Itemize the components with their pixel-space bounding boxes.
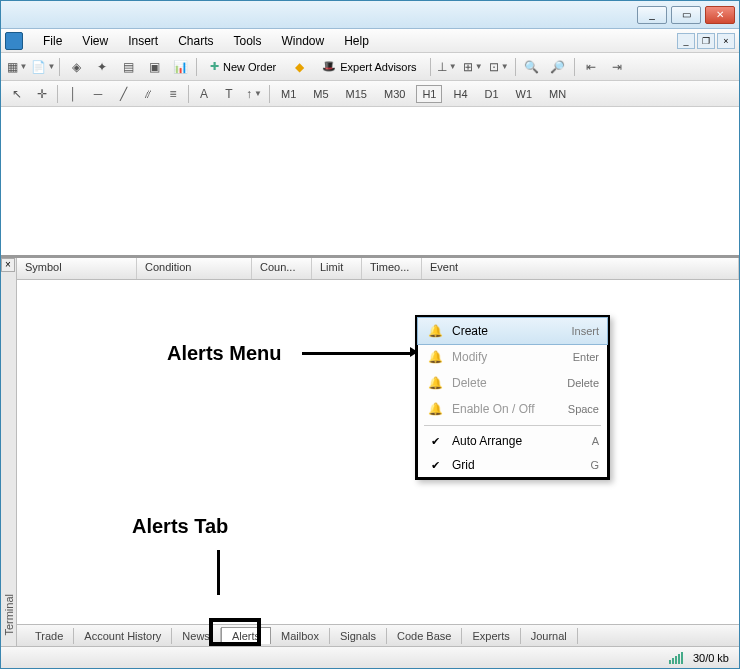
timeframe-w1[interactable]: W1 <box>510 85 539 103</box>
terminal-panel: × Terminal Symbol Condition Coun... Limi… <box>1 257 739 646</box>
new-order-label: New Order <box>223 61 276 73</box>
timeframe-m15[interactable]: M15 <box>340 85 373 103</box>
tab-mailbox[interactable]: Mailbox <box>271 628 330 644</box>
menu-window[interactable]: Window <box>272 31 335 51</box>
ctx-delete[interactable]: 🔔 Delete Delete <box>418 370 607 396</box>
mdi-close-button[interactable]: × <box>717 33 735 49</box>
terminal-content[interactable]: Alerts Menu Alerts Tab 🔔 Create Insert 🔔… <box>17 280 739 624</box>
ctx-grid-shortcut: G <box>590 459 599 471</box>
tab-journal[interactable]: Journal <box>521 628 578 644</box>
ctx-grid-label: Grid <box>452 458 590 472</box>
chart-shift-icon[interactable]: ⇤ <box>581 57 601 77</box>
tab-account-history[interactable]: Account History <box>74 628 172 644</box>
alerts-context-menu: 🔔 Create Insert 🔔 Modify Enter 🔔 Delete … <box>415 315 610 480</box>
col-event[interactable]: Event <box>422 258 739 279</box>
tab-experts[interactable]: Experts <box>462 628 520 644</box>
expert-advisors-button[interactable]: 🎩 Expert Advisors <box>315 57 423 76</box>
timeframe-m5[interactable]: M5 <box>307 85 334 103</box>
ctx-enable[interactable]: 🔔 Enable On / Off Space <box>418 396 607 422</box>
timeframe-h4[interactable]: H4 <box>447 85 473 103</box>
ctx-modify-label: Modify <box>452 350 573 364</box>
annotation-line-vertical <box>217 550 220 595</box>
new-chart-icon[interactable]: ▦▼ <box>7 57 27 77</box>
main-window: _ ▭ ✕ File View Insert Charts Tools Wind… <box>0 0 740 669</box>
terminal-close-button[interactable]: × <box>1 258 15 272</box>
separator <box>59 58 60 76</box>
navigator-icon[interactable]: ✦ <box>92 57 112 77</box>
menu-view[interactable]: View <box>72 31 118 51</box>
metaquotes-icon[interactable]: ◆ <box>289 57 309 77</box>
col-counter[interactable]: Coun... <box>252 258 312 279</box>
horizontal-line-icon[interactable]: ─ <box>88 84 108 104</box>
auto-scroll-icon[interactable]: ⇥ <box>607 57 627 77</box>
ctx-create-shortcut: Insert <box>571 325 599 337</box>
tab-trade[interactable]: Trade <box>25 628 74 644</box>
bell-delete-icon: 🔔 <box>426 375 444 391</box>
menu-charts[interactable]: Charts <box>168 31 223 51</box>
strategy-tester-icon[interactable]: 📊 <box>170 57 190 77</box>
col-timeout[interactable]: Timeo... <box>362 258 422 279</box>
ctx-auto-arrange[interactable]: ✔ Auto Arrange A <box>418 429 607 453</box>
col-limit[interactable]: Limit <box>312 258 362 279</box>
ctx-create[interactable]: 🔔 Create Insert <box>417 317 608 345</box>
timeframe-h1[interactable]: H1 <box>416 85 442 103</box>
cursor-icon[interactable]: ↖ <box>7 84 27 104</box>
separator <box>188 85 189 103</box>
terminal-icon[interactable]: ▣ <box>144 57 164 77</box>
new-order-button[interactable]: ✚ New Order <box>203 57 283 76</box>
tab-code-base[interactable]: Code Base <box>387 628 462 644</box>
timeframe-mn[interactable]: MN <box>543 85 572 103</box>
close-button[interactable]: ✕ <box>705 6 735 24</box>
ctx-modify[interactable]: 🔔 Modify Enter <box>418 344 607 370</box>
col-condition[interactable]: Condition <box>137 258 252 279</box>
text-icon[interactable]: A <box>194 84 214 104</box>
zoom-in-icon[interactable]: 🔍 <box>522 57 542 77</box>
indicators-icon[interactable]: ⊥▼ <box>437 57 457 77</box>
ctx-modify-shortcut: Enter <box>573 351 599 363</box>
terminal-body: Symbol Condition Coun... Limit Timeo... … <box>17 258 739 646</box>
menu-help[interactable]: Help <box>334 31 379 51</box>
menu-insert[interactable]: Insert <box>118 31 168 51</box>
timeframe-m30[interactable]: M30 <box>378 85 411 103</box>
terminal-label: Terminal <box>3 584 15 646</box>
tab-signals[interactable]: Signals <box>330 628 387 644</box>
maximize-button[interactable]: ▭ <box>671 6 701 24</box>
ctx-grid[interactable]: ✔ Grid G <box>418 453 607 477</box>
annotation-line <box>302 352 412 355</box>
arrows-icon[interactable]: ↑▼ <box>244 84 264 104</box>
menu-tools[interactable]: Tools <box>224 31 272 51</box>
bell-edit-icon: 🔔 <box>426 349 444 365</box>
ctx-delete-shortcut: Delete <box>567 377 599 389</box>
separator <box>515 58 516 76</box>
terminal-tabs: Trade Account History News Alerts Mailbo… <box>17 624 739 646</box>
connection-signal-icon <box>669 652 683 664</box>
crosshair-icon[interactable]: ✛ <box>32 84 52 104</box>
ctx-auto-arrange-label: Auto Arrange <box>452 434 592 448</box>
equidistant-channel-icon[interactable]: ⫽ <box>138 84 158 104</box>
zoom-out-icon[interactable]: 🔎 <box>548 57 568 77</box>
toolbar-drawing: ↖ ✛ │ ─ ╱ ⫽ ≡ A T ↑▼ M1 M5 M15 M30 H1 H4… <box>1 81 739 107</box>
check-icon: ✔ <box>426 459 444 472</box>
highlight-alerts-tab <box>209 618 261 646</box>
data-window-icon[interactable]: ▤ <box>118 57 138 77</box>
vertical-line-icon[interactable]: │ <box>63 84 83 104</box>
ctx-auto-arrange-shortcut: A <box>592 435 599 447</box>
trendline-icon[interactable]: ╱ <box>113 84 133 104</box>
col-symbol[interactable]: Symbol <box>17 258 137 279</box>
market-watch-icon[interactable]: ◈ <box>66 57 86 77</box>
mdi-minimize-button[interactable]: _ <box>677 33 695 49</box>
mdi-restore-button[interactable]: ❐ <box>697 33 715 49</box>
chart-area[interactable] <box>1 107 739 257</box>
annotation-alerts-menu: Alerts Menu <box>167 342 281 365</box>
separator <box>430 58 431 76</box>
profiles-icon[interactable]: 📄▼ <box>33 57 53 77</box>
periods-icon[interactable]: ⊞▼ <box>463 57 483 77</box>
timeframe-d1[interactable]: D1 <box>479 85 505 103</box>
minimize-button[interactable]: _ <box>637 6 667 24</box>
fibonacci-icon[interactable]: ≡ <box>163 84 183 104</box>
menu-file[interactable]: File <box>33 31 72 51</box>
expert-advisors-icon: 🎩 <box>322 60 336 73</box>
templates-icon[interactable]: ⊡▼ <box>489 57 509 77</box>
timeframe-m1[interactable]: M1 <box>275 85 302 103</box>
text-label-icon[interactable]: T <box>219 84 239 104</box>
